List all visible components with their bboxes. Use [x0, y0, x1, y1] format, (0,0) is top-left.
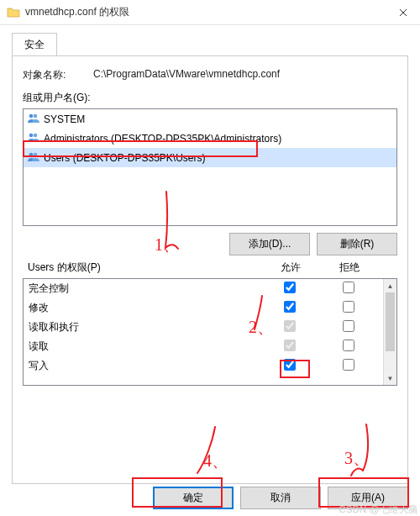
object-row: 对象名称: C:\ProgramData\VMware\vmnetdhcp.co… [23, 68, 397, 82]
ok-button[interactable]: 确定 [153, 487, 234, 509]
folder-icon [7, 6, 20, 19]
cancel-button[interactable]: 取消 [240, 487, 321, 509]
permission-name: 写入 [29, 359, 260, 373]
group-icon [27, 130, 40, 146]
allow-checkbox[interactable] [284, 282, 296, 293]
list-item-label: Administrators (DESKTOP-DPS35PK\Administ… [44, 133, 281, 145]
list-item-label: Users (DESKTOP-DPS35PK\Users) [44, 152, 206, 164]
scroll-up-icon[interactable]: ▲ [384, 279, 396, 292]
svg-point-2 [29, 134, 34, 138]
allow-checkbox[interactable] [284, 359, 296, 371]
permissions-scrollbar[interactable]: ▲ ▼ [383, 279, 396, 385]
permission-row: 读取和执行 [24, 318, 383, 337]
svg-point-4 [29, 153, 34, 157]
allow-checkbox[interactable] [284, 340, 296, 351]
permission-row: 修改 [24, 298, 383, 318]
permission-name: 修改 [29, 301, 260, 315]
svg-point-1 [34, 114, 38, 118]
deny-checkbox[interactable] [343, 282, 354, 293]
scroll-thumb[interactable] [386, 292, 395, 351]
content: 安全 对象名称: C:\ProgramData\VMware\vmnetdhcp… [0, 25, 420, 496]
group-icon [27, 111, 40, 127]
deny-checkbox[interactable] [343, 340, 354, 351]
svg-point-3 [34, 134, 38, 138]
perm-header-deny: 拒绝 [320, 261, 379, 275]
list-item-label: SYSTEM [44, 113, 85, 125]
group-icon [27, 150, 40, 166]
deny-checkbox[interactable] [343, 301, 354, 313]
tabsheet: 对象名称: C:\ProgramData\VMware\vmnetdhcp.co… [12, 55, 408, 484]
object-path: C:\ProgramData\VMware\vmnetdhcp.conf [93, 68, 280, 82]
allow-checkbox[interactable] [284, 301, 296, 313]
deny-checkbox[interactable] [343, 320, 354, 332]
permission-row: 完全控制 [24, 279, 383, 298]
perm-header-name: Users 的权限(P) [28, 261, 261, 275]
permission-name: 完全控制 [29, 282, 260, 296]
dialog-footer: 确定 取消 应用(A) [0, 480, 420, 516]
svg-point-5 [34, 153, 38, 157]
window-title: vmnetdhcp.conf 的权限 [25, 5, 386, 19]
titlebar: vmnetdhcp.conf 的权限 [0, 0, 420, 25]
list-buttons: 添加(D)... 删除(R) [23, 233, 397, 255]
users-listbox[interactable]: SYSTEMAdministrators (DESKTOP-DPS35PK\Ad… [23, 108, 397, 226]
permissions-table: 完全控制修改读取和执行读取写入 ▲ ▼ [23, 278, 397, 386]
close-icon [399, 8, 407, 17]
apply-button[interactable]: 应用(A) [328, 487, 408, 509]
scroll-down-icon[interactable]: ▼ [384, 371, 396, 385]
list-item[interactable]: Administrators (DESKTOP-DPS35PK\Administ… [24, 129, 396, 148]
add-button[interactable]: 添加(D)... [229, 233, 310, 255]
tabstrip: 安全 [12, 32, 408, 55]
tab-security[interactable]: 安全 [12, 33, 57, 56]
perm-header: Users 的权限(P) 允许 拒绝 [23, 261, 397, 275]
permission-name: 读取 [29, 340, 260, 354]
group-label: 组或用户名(G): [23, 91, 397, 105]
object-label: 对象名称: [23, 68, 93, 82]
list-item[interactable]: Users (DESKTOP-DPS35PK\Users) [24, 148, 396, 167]
list-item[interactable]: SYSTEM [24, 109, 396, 129]
svg-point-0 [29, 114, 34, 118]
permission-row: 读取 [24, 337, 383, 356]
allow-checkbox[interactable] [284, 320, 296, 332]
permission-row: 写入 [24, 356, 383, 376]
perm-header-allow: 允许 [261, 261, 320, 275]
permission-name: 读取和执行 [29, 320, 260, 334]
deny-checkbox[interactable] [343, 359, 354, 371]
remove-button[interactable]: 删除(R) [317, 233, 397, 255]
close-button[interactable] [386, 0, 420, 25]
